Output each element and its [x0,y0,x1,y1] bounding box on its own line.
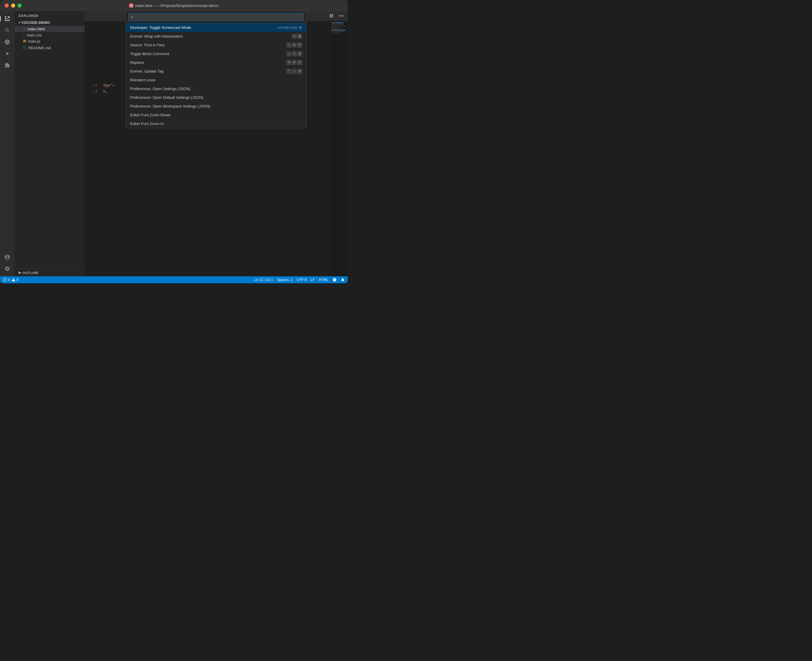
file-name-index-html: index.html [27,27,45,31]
source-control-activity-icon[interactable] [2,37,13,47]
command-item-right-3: ⇧ ⌥ A [287,51,302,56]
command-label-developer-toggle: Developer: Toggle Screencast Mode [130,26,278,30]
command-item-right-5: ^ ⇧ U [287,69,302,74]
minimap-line [332,22,344,23]
file-name-main-css: main.css [27,33,42,37]
extensions-icon [4,62,10,68]
app-body: Explorer ▾ VSCODE-DEMO ◇ index.html # ma… [0,11,348,276]
shortcut-toggle-block: ⇧ ⌥ A [287,51,302,56]
command-item-right-4: ⌥ ⌘ F [287,60,302,65]
file-type-icon: </> [129,3,133,8]
command-item-editor-font-zoom-in[interactable]: Editor Font Zoom In [126,119,306,128]
minimap-content [330,21,348,276]
search-icon [4,27,10,33]
run-debug-activity-icon[interactable] [2,48,13,59]
line-number: 13 [90,83,98,89]
broadcast-icon [333,278,336,282]
shortcut-emmet-update-tag: ^ ⇧ U [287,69,302,74]
explorer-icon [4,16,10,22]
shortcut-emmet-wrap: ⌥ W [292,34,302,39]
minimap-line [332,28,344,29]
html-file-icon: ◇ [23,27,26,31]
minimap-line [332,33,339,34]
status-position[interactable]: Ln 13, Col 1 [254,278,273,282]
minimap-line [332,27,339,28]
file-item-index-html[interactable]: ◇ index.html [14,26,85,32]
traffic-lights [5,3,22,8]
explorer-activity-icon[interactable] [2,13,13,24]
command-item-search-find[interactable]: Search: Find in Files ⇧ ⌘ F [126,40,306,49]
explorer-header: Explorer [14,11,85,19]
command-item-developer-toggle[interactable]: Developer: Toggle Screencast Mode recent… [126,23,306,32]
sidebar: Explorer ▾ VSCODE-DEMO ◇ index.html # ma… [14,11,85,276]
status-line-ending[interactable]: LF [311,278,315,282]
search-activity-icon[interactable] [2,25,13,35]
command-item-emmet-update-tag[interactable]: Emmet: Update Tag ^ ⇧ U [126,67,306,75]
command-label-emmet-update-tag: Emmet: Update Tag [130,69,287,73]
outline-section[interactable]: ▶ OUTLINE [14,269,85,276]
command-item-emmet-wrap[interactable]: Emmet: Wrap with Abbreviation ⌥ W [126,32,306,40]
title-bar: </> index.html — ~/Projects/SimpleDev/vs… [0,0,348,11]
status-broadcast[interactable] [333,278,336,282]
command-item-prefs-default-settings-json[interactable]: Preferences: Open Default Settings (JSON… [126,93,306,102]
status-language[interactable]: HTML [319,278,328,282]
command-item-editor-font-zoom-reset[interactable]: Editor Font Zoom Reset [126,110,306,119]
shortcut-replace: ⌥ ⌘ F [287,60,302,65]
command-label-prefs-settings-json: Preferences: Open Settings (JSON) [130,86,302,91]
language-label: HTML [319,278,328,282]
close-button[interactable] [5,3,9,8]
command-palette-input[interactable] [128,13,304,21]
command-item-right-0: recently used ⚙ [278,26,302,30]
position-label: Ln 13, Col 1 [254,278,273,282]
command-label-reindent-lines: Reindent Lines [130,78,302,82]
status-notifications[interactable] [341,278,345,282]
editor-minimap [330,21,348,276]
status-spaces[interactable]: Spaces: 2 [277,278,293,282]
warning-count: 0 [17,278,19,282]
spaces-label: Spaces: 2 [277,278,293,282]
status-encoding[interactable]: UTF-8 [296,278,306,282]
minimize-button[interactable] [11,3,15,8]
activity-bar-bottom [2,252,13,276]
command-label-emmet-wrap: Emmet: Wrap with Abbreviation [130,34,292,38]
command-label-search-find: Search: Find in Files [130,43,287,47]
window-title: index.html — ~/Projects/SimpleDev/vscode… [135,3,218,8]
minimap-line [332,26,346,26]
command-item-right-2: ⇧ ⌘ F [287,43,302,48]
command-gear-icon[interactable]: ⚙ [299,26,302,30]
status-errors[interactable]: 0 0 [3,278,18,282]
command-label-editor-font-zoom-reset: Editor Font Zoom Reset [130,113,302,117]
extensions-activity-icon[interactable] [2,60,13,70]
editor-area: ••• Developer: Toggle Screencast Mode re… [85,11,348,276]
line-number-14: 14 [90,89,98,95]
command-label-prefs-workspace-settings-json: Preferences: Open Workspace Settings (JS… [130,104,302,109]
file-name-main-js: main.js [28,39,40,43]
folder-name: VSCODE-DEMO [21,21,50,25]
command-item-toggle-block-comment[interactable]: Toggle Block Comment ⇧ ⌥ A [126,49,306,58]
line-ending-label: LF [311,278,315,282]
command-item-prefs-workspace-settings-json[interactable]: Preferences: Open Workspace Settings (JS… [126,102,306,110]
title-bar-text: </> index.html — ~/Projects/SimpleDev/vs… [129,3,218,8]
minimap-line [332,24,344,25]
account-activity-icon[interactable] [2,252,13,262]
command-item-reindent-lines[interactable]: Reindent Lines [126,75,306,84]
md-file-icon: ⓘ [23,45,27,50]
account-icon [4,254,10,260]
folder-header[interactable]: ▾ VSCODE-DEMO [14,19,85,26]
css-file-icon: # [23,33,25,37]
command-item-replace[interactable]: Replace ⌥ ⌘ F [126,58,306,67]
file-item-main-js[interactable]: JS main.js [14,38,85,44]
outline-label: OUTLINE [22,271,38,275]
settings-activity-icon[interactable] [2,263,13,274]
more-actions-button[interactable]: ••• [338,12,345,20]
outline-arrow: ▶ [19,271,21,275]
command-item-prefs-settings-json[interactable]: Preferences: Open Settings (JSON) [126,84,306,93]
file-item-readme-md[interactable]: ⓘ README.md [14,44,85,51]
command-palette[interactable]: Developer: Toggle Screencast Mode recent… [126,11,306,128]
split-editor-button[interactable] [328,13,335,20]
file-item-main-css[interactable]: # main.css [14,32,85,38]
warning-icon [11,278,16,282]
run-icon [4,51,10,56]
maximize-button[interactable] [18,3,22,8]
git-icon [4,39,10,45]
